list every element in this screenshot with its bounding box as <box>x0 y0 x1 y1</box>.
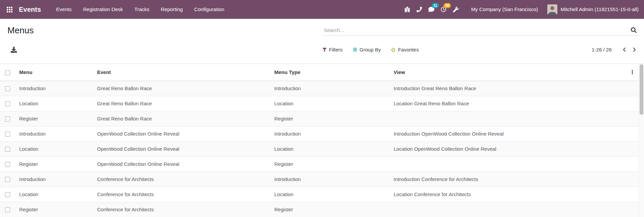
cell-view[interactable]: Introduction Great Reno Ballon Race <box>390 81 626 96</box>
menu-item-registration-desk[interactable]: Registration Desk <box>77 0 128 19</box>
cell-event[interactable]: Conference for Architects <box>93 172 270 187</box>
cell-menu[interactable]: Introduction <box>15 172 93 187</box>
select-all-checkbox[interactable] <box>5 70 10 75</box>
cell-event[interactable]: OpenWood Collection Online Reveal <box>93 156 270 172</box>
table-row[interactable]: Introduction Great Reno Ballon Race Intr… <box>0 81 639 96</box>
search-options-and-pager: Filters Group By Favorites 1-26 / 26 <box>323 45 639 55</box>
cell-spacer <box>626 202 639 217</box>
cell-spacer <box>626 141 639 156</box>
menu-item-configuration[interactable]: Configuration <box>188 0 230 19</box>
cell-menu-type[interactable]: Register <box>270 156 390 172</box>
voip-phone-button[interactable] <box>413 0 425 19</box>
cell-spacer <box>626 156 639 172</box>
vertical-scrollbar[interactable] <box>639 64 644 217</box>
table-row[interactable]: Location Conference for Architects Locat… <box>0 187 639 202</box>
page-title: Menus <box>7 26 34 36</box>
search-bar <box>323 26 639 36</box>
pager-previous-button[interactable] <box>619 45 629 55</box>
messages-button[interactable]: 11 <box>425 0 437 19</box>
cell-menu[interactable]: Location <box>15 187 93 202</box>
list-view: Menu Event Menu Type View Introduction G… <box>0 64 644 217</box>
row-checkbox[interactable] <box>5 177 10 182</box>
table-row[interactable]: Register Great Reno Ballon Race Register <box>0 111 639 126</box>
cell-event[interactable]: Conference for Architects <box>93 187 270 202</box>
row-checkbox[interactable] <box>5 192 10 197</box>
favorites-button[interactable]: Favorites <box>391 47 419 52</box>
cell-menu-type[interactable]: Location <box>270 96 390 111</box>
cell-menu-type[interactable]: Introduction <box>270 126 390 141</box>
cell-view[interactable]: Introduction Conference for Architects <box>390 172 626 187</box>
cell-view[interactable]: Location Great Reno Ballon Race <box>390 96 626 111</box>
column-header-menu[interactable]: Menu <box>15 64 93 81</box>
control-panel-bottom: Filters Group By Favorites 1-26 / 26 <box>0 36 644 64</box>
cell-menu[interactable]: Register <box>15 156 93 172</box>
table-row[interactable]: Introduction Conference for Architects I… <box>0 172 639 187</box>
scrollbar-thumb[interactable] <box>640 64 643 115</box>
cell-menu-type[interactable]: Register <box>270 202 390 217</box>
cell-menu-type[interactable]: Introduction <box>270 172 390 187</box>
row-checkbox[interactable] <box>5 147 10 152</box>
row-checkbox[interactable] <box>5 132 10 137</box>
row-checkbox-cell <box>0 202 15 217</box>
cell-menu-type[interactable]: Introduction <box>270 81 390 96</box>
row-checkbox[interactable] <box>5 116 10 121</box>
column-header-menu-type[interactable]: Menu Type <box>270 64 390 81</box>
activities-button[interactable]: 48 <box>437 0 450 19</box>
apps-menu-button[interactable] <box>3 0 16 19</box>
cell-event[interactable]: OpenWood Collection Online Reveal <box>93 126 270 141</box>
cell-menu[interactable]: Location <box>15 141 93 156</box>
row-checkbox[interactable] <box>5 86 10 91</box>
cell-view[interactable]: Location Conference for Architects <box>390 187 626 202</box>
row-checkbox[interactable] <box>5 101 10 106</box>
search-input[interactable] <box>324 27 629 33</box>
table-row[interactable]: Location OpenWood Collection Online Reve… <box>0 141 639 156</box>
cell-menu[interactable]: Register <box>15 111 93 126</box>
cell-event[interactable]: OpenWood Collection Online Reveal <box>93 141 270 156</box>
cell-event[interactable]: Great Reno Ballon Race <box>93 81 270 96</box>
table-row[interactable]: Register Conference for Architects Regis… <box>0 202 639 217</box>
filters-button[interactable]: Filters <box>323 47 343 52</box>
menu-item-events[interactable]: Events <box>51 0 78 19</box>
user-menu[interactable]: Mitchell Admin (11821551-15-0-all) <box>557 0 639 19</box>
menu-item-tracks[interactable]: Tracks <box>129 0 155 19</box>
cell-menu[interactable]: Introduction <box>15 81 93 96</box>
app-name[interactable]: Events <box>19 6 41 13</box>
cell-view[interactable] <box>390 202 626 217</box>
cell-menu-type[interactable]: Location <box>270 141 390 156</box>
tools-button[interactable] <box>450 0 462 19</box>
cell-menu[interactable]: Location <box>15 96 93 111</box>
cell-view[interactable] <box>390 111 626 126</box>
chevron-left-icon <box>622 47 626 52</box>
cell-view[interactable]: Introduction OpenWood Collection Online … <box>390 126 626 141</box>
cell-event[interactable]: Great Reno Ballon Race <box>93 96 270 111</box>
column-header-event[interactable]: Event <box>93 64 270 81</box>
company-switcher[interactable]: My Company (San Francisco) <box>468 0 541 19</box>
export-button[interactable] <box>9 45 18 54</box>
filter-funnel-icon <box>323 48 327 52</box>
table-row[interactable]: Location Great Reno Ballon Race Location… <box>0 96 639 111</box>
cell-view[interactable] <box>390 156 626 172</box>
search-icon <box>631 27 637 33</box>
cell-menu-type[interactable]: Location <box>270 187 390 202</box>
cell-menu[interactable]: Register <box>15 202 93 217</box>
debug-button[interactable] <box>401 0 413 19</box>
row-checkbox[interactable] <box>5 162 10 167</box>
row-checkbox-cell <box>0 111 15 126</box>
cell-menu-type[interactable]: Register <box>270 111 390 126</box>
pager-next-button[interactable] <box>629 45 639 55</box>
column-header-view[interactable]: View <box>390 64 626 81</box>
menu-item-reporting[interactable]: Reporting <box>155 0 188 19</box>
row-checkbox[interactable] <box>5 207 10 212</box>
cell-view[interactable]: Location OpenWood Collection Online Reve… <box>390 141 626 156</box>
table-row[interactable]: Register OpenWood Collection Online Reve… <box>0 156 639 172</box>
user-avatar[interactable] <box>547 4 557 14</box>
cell-menu[interactable]: Introduction <box>15 126 93 141</box>
table-row[interactable]: Introduction OpenWood Collection Online … <box>0 126 639 141</box>
favorites-label: Favorites <box>398 47 419 52</box>
row-checkbox-cell <box>0 187 15 202</box>
cell-event[interactable]: Great Reno Ballon Race <box>93 111 270 126</box>
search-button[interactable] <box>629 27 639 33</box>
group-by-button[interactable]: Group By <box>353 47 381 52</box>
optional-columns-toggle[interactable] <box>629 68 636 77</box>
cell-event[interactable]: Conference for Architects <box>93 202 270 217</box>
